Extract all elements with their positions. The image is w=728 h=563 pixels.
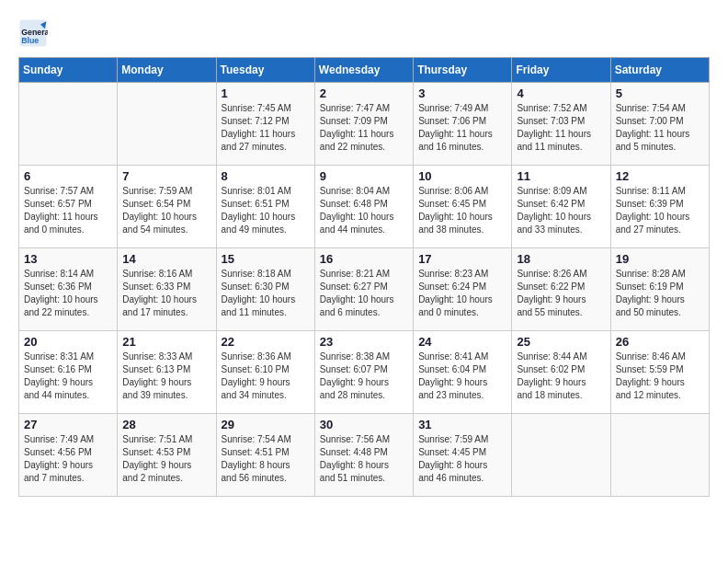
logo-icon: General Blue [18, 18, 48, 48]
day-cell: 25Sunrise: 8:44 AM Sunset: 6:02 PM Dayli… [512, 331, 610, 414]
day-cell [610, 414, 709, 497]
day-number: 6 [24, 169, 112, 183]
day-cell: 23Sunrise: 8:38 AM Sunset: 6:07 PM Dayli… [314, 331, 413, 414]
day-number: 9 [320, 169, 408, 183]
day-info: Sunrise: 7:56 AM Sunset: 4:48 PM Dayligh… [320, 433, 408, 485]
svg-text:General: General [21, 28, 48, 37]
day-number: 27 [24, 418, 112, 431]
day-info: Sunrise: 8:26 AM Sunset: 6:22 PM Dayligh… [517, 268, 605, 319]
day-cell: 9Sunrise: 8:04 AM Sunset: 6:48 PM Daylig… [314, 166, 413, 248]
day-info: Sunrise: 8:28 AM Sunset: 6:19 PM Dayligh… [616, 268, 704, 319]
day-info: Sunrise: 8:46 AM Sunset: 5:59 PM Dayligh… [616, 350, 704, 402]
week-row-4: 20Sunrise: 8:31 AM Sunset: 6:16 PM Dayli… [19, 331, 710, 414]
day-cell: 3Sunrise: 7:49 AM Sunset: 7:06 PM Daylig… [414, 83, 512, 166]
day-number: 3 [418, 86, 506, 100]
day-info: Sunrise: 7:59 AM Sunset: 4:45 PM Dayligh… [418, 433, 506, 485]
day-cell: 5Sunrise: 7:54 AM Sunset: 7:00 PM Daylig… [610, 83, 709, 166]
day-number: 29 [222, 418, 310, 431]
logo: General Blue [18, 18, 50, 48]
day-cell: 1Sunrise: 7:45 AM Sunset: 7:12 PM Daylig… [216, 83, 314, 166]
day-info: Sunrise: 8:38 AM Sunset: 6:07 PM Dayligh… [320, 350, 408, 402]
day-cell: 17Sunrise: 8:23 AM Sunset: 6:24 PM Dayli… [414, 248, 512, 331]
day-info: Sunrise: 8:14 AM Sunset: 6:36 PM Dayligh… [24, 268, 112, 319]
day-cell [118, 83, 216, 166]
svg-text:Blue: Blue [21, 36, 39, 45]
day-info: Sunrise: 7:59 AM Sunset: 6:54 PM Dayligh… [122, 185, 210, 236]
week-row-2: 6Sunrise: 7:57 AM Sunset: 6:57 PM Daylig… [19, 166, 710, 248]
day-info: Sunrise: 7:49 AM Sunset: 7:06 PM Dayligh… [418, 102, 506, 154]
day-cell: 6Sunrise: 7:57 AM Sunset: 6:57 PM Daylig… [19, 166, 118, 248]
day-cell: 31Sunrise: 7:59 AM Sunset: 4:45 PM Dayli… [414, 414, 512, 497]
day-info: Sunrise: 8:01 AM Sunset: 6:51 PM Dayligh… [222, 185, 310, 236]
calendar-table: SundayMondayTuesdayWednesdayThursdayFrid… [18, 57, 710, 497]
day-number: 16 [320, 252, 408, 266]
day-info: Sunrise: 7:47 AM Sunset: 7:09 PM Dayligh… [320, 102, 408, 154]
page-header: General Blue [18, 18, 710, 48]
day-number: 12 [616, 169, 704, 183]
day-number: 17 [418, 252, 506, 266]
day-cell: 15Sunrise: 8:18 AM Sunset: 6:30 PM Dayli… [216, 248, 314, 331]
day-header-friday: Friday [512, 58, 610, 83]
day-number: 2 [320, 86, 408, 100]
day-info: Sunrise: 8:09 AM Sunset: 6:42 PM Dayligh… [517, 185, 605, 236]
day-header-saturday: Saturday [610, 58, 709, 83]
day-number: 7 [122, 169, 210, 183]
day-number: 1 [222, 86, 310, 100]
day-number: 23 [320, 335, 408, 349]
day-cell: 10Sunrise: 8:06 AM Sunset: 6:45 PM Dayli… [414, 166, 512, 248]
day-number: 15 [222, 252, 310, 266]
day-number: 20 [24, 335, 112, 349]
day-info: Sunrise: 8:31 AM Sunset: 6:16 PM Dayligh… [24, 350, 112, 402]
day-info: Sunrise: 7:54 AM Sunset: 7:00 PM Dayligh… [616, 102, 704, 154]
day-cell: 28Sunrise: 7:51 AM Sunset: 4:53 PM Dayli… [118, 414, 216, 497]
day-number: 8 [222, 169, 310, 183]
week-row-1: 1Sunrise: 7:45 AM Sunset: 7:12 PM Daylig… [19, 83, 710, 166]
day-cell: 24Sunrise: 8:41 AM Sunset: 6:04 PM Dayli… [414, 331, 512, 414]
day-info: Sunrise: 8:18 AM Sunset: 6:30 PM Dayligh… [222, 268, 310, 319]
day-cell: 18Sunrise: 8:26 AM Sunset: 6:22 PM Dayli… [512, 248, 610, 331]
day-number: 14 [122, 252, 210, 266]
day-info: Sunrise: 8:04 AM Sunset: 6:48 PM Dayligh… [320, 185, 408, 236]
day-number: 19 [616, 252, 704, 266]
day-info: Sunrise: 7:54 AM Sunset: 4:51 PM Dayligh… [222, 433, 310, 485]
day-number: 24 [418, 335, 506, 349]
day-cell [19, 83, 118, 166]
day-number: 4 [517, 86, 605, 100]
day-number: 21 [122, 335, 210, 349]
day-info: Sunrise: 8:21 AM Sunset: 6:27 PM Dayligh… [320, 268, 408, 319]
day-number: 22 [222, 335, 310, 349]
day-number: 30 [320, 418, 408, 431]
day-info: Sunrise: 7:52 AM Sunset: 7:03 PM Dayligh… [517, 102, 605, 154]
day-info: Sunrise: 7:49 AM Sunset: 4:56 PM Dayligh… [24, 433, 112, 485]
day-cell: 4Sunrise: 7:52 AM Sunset: 7:03 PM Daylig… [512, 83, 610, 166]
day-info: Sunrise: 7:51 AM Sunset: 4:53 PM Dayligh… [122, 433, 210, 485]
day-number: 31 [418, 418, 506, 431]
day-header-monday: Monday [118, 58, 216, 83]
day-number: 13 [24, 252, 112, 266]
day-info: Sunrise: 8:41 AM Sunset: 6:04 PM Dayligh… [418, 350, 506, 402]
day-header-sunday: Sunday [19, 58, 118, 83]
day-cell: 21Sunrise: 8:33 AM Sunset: 6:13 PM Dayli… [118, 331, 216, 414]
day-cell: 22Sunrise: 8:36 AM Sunset: 6:10 PM Dayli… [216, 331, 314, 414]
week-row-3: 13Sunrise: 8:14 AM Sunset: 6:36 PM Dayli… [19, 248, 710, 331]
day-cell: 30Sunrise: 7:56 AM Sunset: 4:48 PM Dayli… [314, 414, 413, 497]
day-info: Sunrise: 7:57 AM Sunset: 6:57 PM Dayligh… [24, 185, 112, 236]
day-cell: 26Sunrise: 8:46 AM Sunset: 5:59 PM Dayli… [610, 331, 709, 414]
day-number: 26 [616, 335, 704, 349]
day-info: Sunrise: 8:23 AM Sunset: 6:24 PM Dayligh… [418, 268, 506, 319]
day-number: 5 [616, 86, 704, 100]
day-cell: 7Sunrise: 7:59 AM Sunset: 6:54 PM Daylig… [118, 166, 216, 248]
day-info: Sunrise: 8:06 AM Sunset: 6:45 PM Dayligh… [418, 185, 506, 236]
day-info: Sunrise: 8:16 AM Sunset: 6:33 PM Dayligh… [122, 268, 210, 319]
day-info: Sunrise: 8:44 AM Sunset: 6:02 PM Dayligh… [517, 350, 605, 402]
day-number: 11 [517, 169, 605, 183]
day-cell: 20Sunrise: 8:31 AM Sunset: 6:16 PM Dayli… [19, 331, 118, 414]
day-cell: 29Sunrise: 7:54 AM Sunset: 4:51 PM Dayli… [216, 414, 314, 497]
day-number: 28 [122, 418, 210, 431]
day-info: Sunrise: 8:33 AM Sunset: 6:13 PM Dayligh… [122, 350, 210, 402]
day-cell [512, 414, 610, 497]
day-cell: 14Sunrise: 8:16 AM Sunset: 6:33 PM Dayli… [118, 248, 216, 331]
day-info: Sunrise: 8:36 AM Sunset: 6:10 PM Dayligh… [222, 350, 310, 402]
day-header-wednesday: Wednesday [314, 58, 413, 83]
week-row-5: 27Sunrise: 7:49 AM Sunset: 4:56 PM Dayli… [19, 414, 710, 497]
